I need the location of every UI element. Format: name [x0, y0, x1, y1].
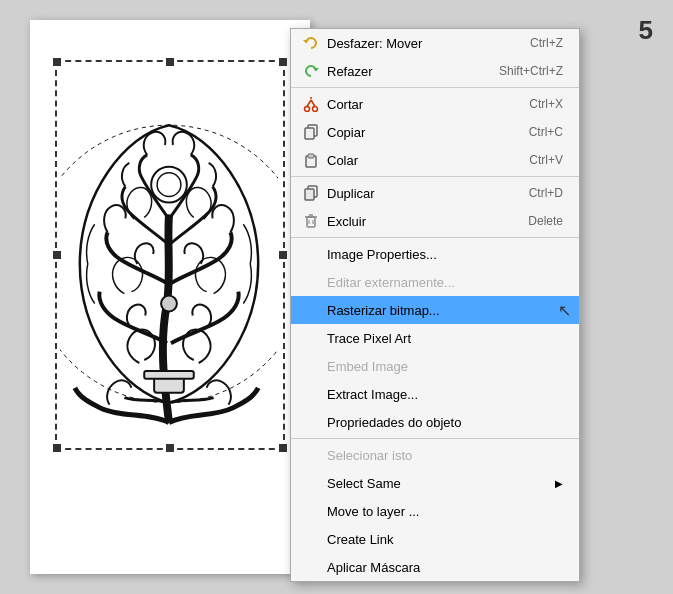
- image-container: [55, 60, 295, 490]
- menu-label-cut: Cortar: [327, 97, 509, 112]
- create-link-icon: [301, 529, 321, 549]
- menu-label-duplicate: Duplicar: [327, 186, 509, 201]
- menu-label-select-this: Selecionar isto: [327, 448, 563, 463]
- menu-label-apply-mask: Aplicar Máscara: [327, 560, 563, 575]
- menu-item-extract-image[interactable]: Extract Image...: [291, 380, 579, 408]
- tree-image: [60, 65, 278, 443]
- handle-bottom-right[interactable]: [279, 444, 287, 452]
- image-properties-icon: [301, 244, 321, 264]
- menu-item-copy[interactable]: Copiar Ctrl+C: [291, 118, 579, 146]
- menu-shortcut-copy: Ctrl+C: [509, 125, 563, 139]
- svg-point-9: [313, 107, 318, 112]
- svg-marker-7: [313, 68, 319, 71]
- redo-icon: [301, 61, 321, 81]
- menu-item-undo[interactable]: Desfazer: Mover Ctrl+Z: [291, 29, 579, 57]
- duplicate-icon: [301, 183, 321, 203]
- separator-1: [291, 87, 579, 88]
- menu-label-rasterize: Rasterizar bitmap...: [327, 303, 563, 318]
- object-properties-icon: [301, 412, 321, 432]
- menu-item-embed-image: Embed Image: [291, 352, 579, 380]
- svg-point-5: [161, 296, 177, 312]
- copy-icon: [301, 122, 321, 142]
- menu-label-extract-image: Extract Image...: [327, 387, 563, 402]
- svg-marker-6: [303, 40, 309, 43]
- menu-shortcut-duplicate: Ctrl+D: [509, 186, 563, 200]
- menu-label-edit-external: Editar externamente...: [327, 275, 563, 290]
- menu-label-object-properties: Propriedades do objeto: [327, 415, 563, 430]
- paste-icon: [301, 150, 321, 170]
- delete-icon: [301, 211, 321, 231]
- handle-bottom-left[interactable]: [53, 444, 61, 452]
- menu-item-paste[interactable]: Colar Ctrl+V: [291, 146, 579, 174]
- svg-point-1: [157, 173, 181, 197]
- menu-item-apply-mask[interactable]: Aplicar Máscara: [291, 553, 579, 581]
- select-this-icon: [301, 445, 321, 465]
- svg-line-10: [307, 100, 311, 107]
- move-to-layer-icon: [301, 501, 321, 521]
- menu-label-move-to-layer: Move to layer ...: [327, 504, 563, 519]
- menu-item-rasterize[interactable]: Rasterizar bitmap... ↖: [291, 296, 579, 324]
- svg-rect-16: [308, 154, 314, 158]
- step-number: 5: [639, 15, 653, 46]
- context-menu: Desfazer: Mover Ctrl+Z Refazer Shift+Ctr…: [290, 28, 580, 582]
- menu-item-duplicate[interactable]: Duplicar Ctrl+D: [291, 179, 579, 207]
- menu-label-image-properties: Image Properties...: [327, 247, 563, 262]
- svg-point-8: [305, 107, 310, 112]
- extract-image-icon: [301, 384, 321, 404]
- trace-pixel-icon: [301, 328, 321, 348]
- separator-3: [291, 237, 579, 238]
- cursor-arrow: ↖: [558, 301, 571, 320]
- menu-shortcut-cut: Ctrl+X: [509, 97, 563, 111]
- cut-icon: [301, 94, 321, 114]
- menu-item-select-this: Selecionar isto: [291, 441, 579, 469]
- handle-bottom-middle[interactable]: [166, 444, 174, 452]
- menu-shortcut-redo: Shift+Ctrl+Z: [479, 64, 563, 78]
- apply-mask-icon: [301, 557, 321, 577]
- menu-item-select-same[interactable]: Select Same ▶: [291, 469, 579, 497]
- menu-shortcut-undo: Ctrl+Z: [510, 36, 563, 50]
- menu-item-redo[interactable]: Refazer Shift+Ctrl+Z: [291, 57, 579, 85]
- menu-item-edit-external: Editar externamente...: [291, 268, 579, 296]
- menu-item-delete[interactable]: Excluir Delete: [291, 207, 579, 235]
- menu-label-create-link: Create Link: [327, 532, 563, 547]
- svg-rect-14: [305, 128, 314, 139]
- menu-label-paste: Colar: [327, 153, 509, 168]
- menu-shortcut-delete: Delete: [508, 214, 563, 228]
- menu-item-move-to-layer[interactable]: Move to layer ...: [291, 497, 579, 525]
- menu-item-create-link[interactable]: Create Link: [291, 525, 579, 553]
- menu-item-trace-pixel[interactable]: Trace Pixel Art: [291, 324, 579, 352]
- submenu-arrow-select-same: ▶: [555, 478, 563, 489]
- menu-label-embed-image: Embed Image: [327, 359, 563, 374]
- menu-item-image-properties[interactable]: Image Properties...: [291, 240, 579, 268]
- menu-label-redo: Refazer: [327, 64, 479, 79]
- menu-item-cut[interactable]: Cortar Ctrl+X: [291, 90, 579, 118]
- separator-2: [291, 176, 579, 177]
- svg-rect-18: [305, 189, 314, 200]
- menu-label-delete: Excluir: [327, 214, 508, 229]
- svg-rect-4: [144, 371, 194, 379]
- undo-icon: [301, 33, 321, 53]
- menu-label-undo: Desfazer: Mover: [327, 36, 510, 51]
- menu-item-object-properties[interactable]: Propriedades do objeto: [291, 408, 579, 436]
- canvas-area: 5 Desfazer: Mover Ctrl+Z Refazer Shift+C…: [0, 0, 673, 594]
- embed-image-icon: [301, 356, 321, 376]
- handle-middle-right[interactable]: [279, 251, 287, 259]
- menu-shortcut-paste: Ctrl+V: [509, 153, 563, 167]
- handle-top-right[interactable]: [279, 58, 287, 66]
- separator-4: [291, 438, 579, 439]
- rasterize-icon: [301, 300, 321, 320]
- svg-line-11: [311, 100, 315, 107]
- edit-external-icon: [301, 272, 321, 292]
- menu-label-copy: Copiar: [327, 125, 509, 140]
- select-same-icon: [301, 473, 321, 493]
- svg-rect-19: [307, 217, 315, 227]
- menu-label-select-same: Select Same: [327, 476, 549, 491]
- menu-label-trace-pixel: Trace Pixel Art: [327, 331, 563, 346]
